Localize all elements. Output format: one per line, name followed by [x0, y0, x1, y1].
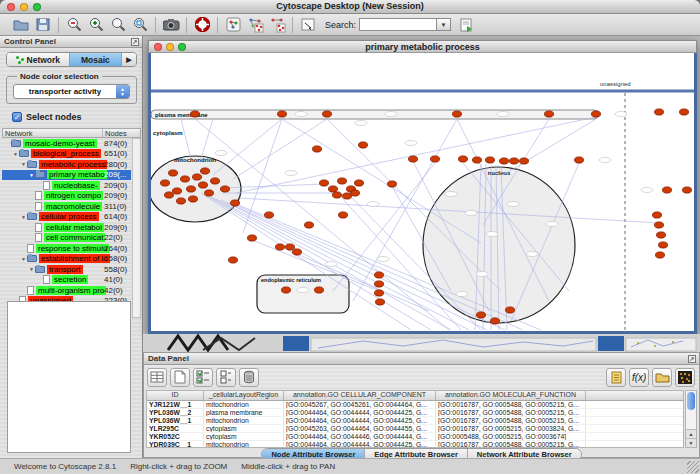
graph-node[interactable]	[506, 307, 515, 313]
network-window-titlebar[interactable]: primary metabolic process	[148, 40, 697, 53]
table-row[interactable]: YPL036W__2plasma membrane[GO:0044464, GO…	[147, 409, 683, 417]
unselect-attributes-icon[interactable]	[216, 368, 236, 387]
graph-node[interactable]	[329, 186, 338, 192]
apply-layout-icon[interactable]	[245, 16, 265, 34]
tree-row[interactable]: ▼cellular process614(0)	[2, 212, 131, 223]
graph-node[interactable]	[653, 212, 662, 218]
table-row[interactable]: YJR121W__1mitochondrion[GO:0045267, GO:0…	[147, 401, 683, 409]
tree-row[interactable]: mosaic-demo-yeast874(0)	[2, 138, 131, 149]
table-row[interactable]: YLR295Ccytoplasm[GO:0045263, GO:0044464,…	[147, 425, 683, 433]
graph-node[interactable]	[199, 182, 208, 188]
open-folder-icon[interactable]	[11, 16, 31, 34]
graph-node[interactable]	[323, 111, 332, 117]
tab-overflow-arrow-icon[interactable]: ▶	[122, 53, 136, 66]
network-overview-icon[interactable]	[223, 16, 243, 34]
graph-node[interactable]	[339, 212, 348, 218]
graph-node[interactable]	[231, 200, 240, 206]
scroll-up-icon[interactable]: ▲	[686, 429, 696, 438]
graph-node[interactable]	[459, 156, 468, 162]
graph-node[interactable]	[305, 222, 314, 228]
label-icon[interactable]	[606, 368, 626, 387]
graph-node[interactable]	[491, 318, 500, 324]
graph-node[interactable]	[201, 168, 210, 174]
tree-row[interactable]: nucleobase-209(0)	[2, 180, 131, 191]
graph-node[interactable]	[293, 249, 302, 255]
tab-network[interactable]: Network	[7, 53, 70, 66]
graph-node[interactable]	[333, 192, 342, 198]
graph-node[interactable]	[520, 158, 529, 164]
apply-layout-alt-icon[interactable]	[267, 16, 287, 34]
tree-row[interactable]: response to stimulu264(0)	[2, 243, 131, 254]
graph-node[interactable]	[388, 181, 397, 187]
table-scrollbar-thumb[interactable]	[687, 392, 695, 410]
import-attributes-icon[interactable]	[652, 368, 672, 387]
tree-row[interactable]: secretion41(0)	[2, 275, 131, 286]
graph-node[interactable]	[229, 257, 238, 263]
graph-node[interactable]	[375, 290, 384, 296]
graph-node[interactable]	[313, 146, 322, 152]
graph-node[interactable]	[477, 312, 486, 318]
annotation-icon[interactable]	[298, 16, 318, 34]
tree-row[interactable]: ▼transport558(0)	[2, 264, 131, 275]
graph-node[interactable]	[592, 111, 601, 117]
graph-node[interactable]	[320, 180, 329, 186]
resize-grip[interactable]	[687, 461, 699, 473]
graph-node[interactable]	[655, 109, 664, 115]
table-scrollbar[interactable]: ▲ ▼	[685, 390, 697, 448]
graph-node[interactable]	[683, 187, 692, 193]
float-data-panel-icon[interactable]: ↗	[688, 355, 696, 363]
graph-node[interactable]	[355, 180, 364, 186]
graph-node[interactable]	[375, 272, 384, 278]
graph-node[interactable]	[663, 187, 672, 193]
tree-column-network[interactable]: Network	[3, 129, 103, 137]
scroll-down-icon[interactable]: ▼	[686, 438, 696, 447]
graph-node[interactable]	[575, 157, 584, 163]
graph-node[interactable]	[659, 242, 668, 248]
graph-node[interactable]	[169, 170, 178, 176]
graph-node[interactable]	[473, 157, 482, 163]
table-row[interactable]: YKR052Ccytoplasm[GO:0044464, GO:0044446,…	[147, 433, 683, 441]
graph-node[interactable]	[286, 244, 295, 250]
birdseye-view[interactable]	[7, 301, 131, 453]
column-header[interactable]	[586, 391, 683, 400]
select-nodes-checkbox[interactable]: ✓	[12, 112, 22, 122]
tree-row[interactable]: ▼biological_process651(0)	[2, 149, 131, 160]
tree-scrollbar[interactable]	[132, 138, 141, 318]
disclosure-triangle-icon[interactable]: ▼	[20, 214, 27, 220]
graph-node[interactable]	[351, 190, 360, 196]
new-attribute-icon[interactable]	[170, 368, 190, 387]
graph-node[interactable]	[193, 174, 202, 180]
graph-node[interactable]	[359, 142, 368, 148]
graph-node[interactable]	[191, 111, 200, 117]
import-network-icon[interactable]	[457, 16, 477, 34]
graph-node[interactable]	[181, 176, 190, 182]
graph-node[interactable]	[205, 190, 214, 196]
matrix-icon[interactable]	[675, 368, 695, 387]
disclosure-triangle-icon[interactable]: ▼	[20, 161, 27, 167]
graph-node[interactable]	[431, 156, 440, 162]
table-row[interactable]: YDR039C__1mitochondrion[GO:0044464, GO:0…	[147, 441, 683, 448]
column-header[interactable]: annotation.GO MOLECULAR_FUNCTION	[436, 391, 586, 400]
tree-row[interactable]: cell communicat22(0)	[2, 233, 131, 244]
graph-node[interactable]	[315, 287, 324, 293]
tree-row[interactable]: ▼primary metabo209(...	[2, 170, 131, 181]
graph-node[interactable]	[409, 156, 418, 162]
graph-node[interactable]	[657, 232, 666, 238]
graph-node[interactable]	[265, 212, 274, 218]
table-row[interactable]: YPL036W__1mitochondrion[GO:0044464, GO:0…	[147, 417, 683, 425]
tree-row[interactable]: multi-organism pro42(0)	[2, 285, 131, 296]
float-panel-icon[interactable]: ↗	[131, 38, 139, 46]
tree-row[interactable]: cellular metabol209(0)	[2, 222, 131, 233]
graph-node[interactable]	[161, 180, 170, 186]
graph-node[interactable]	[211, 178, 220, 184]
tree-row[interactable]: nitrogen compo209(0)	[2, 191, 131, 202]
column-header[interactable]: annotation.GO CELLULAR_COMPONENT	[284, 391, 436, 400]
snapshot-icon[interactable]	[161, 16, 181, 34]
graph-node[interactable]	[376, 299, 385, 305]
disclosure-triangle-icon[interactable]: ▼	[20, 256, 27, 262]
attribute-grid-icon[interactable]	[147, 368, 167, 387]
function-builder-icon[interactable]: f(x)	[629, 368, 649, 387]
graph-node[interactable]	[375, 281, 384, 287]
graph-node[interactable]	[173, 188, 182, 194]
save-icon[interactable]	[33, 16, 53, 34]
